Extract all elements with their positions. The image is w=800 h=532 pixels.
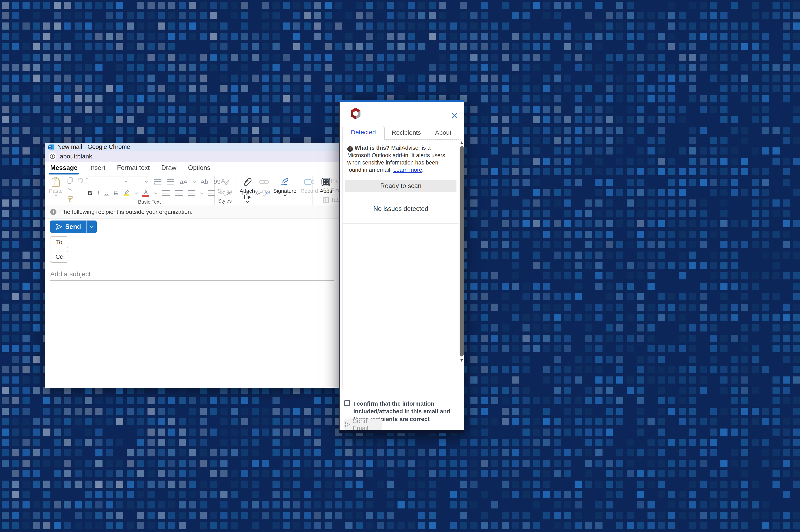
styles-button[interactable]: A Styles [218, 176, 232, 196]
tab-format-text[interactable]: Format text [117, 164, 150, 174]
link-icon [259, 176, 269, 187]
mailadviser-dialog: Detected Recipients About iWhat is this?… [339, 100, 464, 433]
learn-more-link[interactable]: Learn more [393, 167, 422, 173]
ribbon-group-styles: A Styles Styles [215, 176, 236, 205]
url-bar[interactable]: about:blank [45, 151, 339, 162]
numbered-list-icon[interactable] [167, 179, 174, 185]
clear-formatting-icon[interactable]: Ab [201, 178, 208, 185]
send-icon [56, 223, 62, 230]
window-title: New mail - Google Chrome [57, 144, 130, 150]
apps-button[interactable]: Apps [320, 176, 332, 194]
tab-insert[interactable]: Insert [89, 164, 106, 174]
cc-input[interactable] [114, 251, 334, 262]
send-email-icon [345, 421, 350, 428]
change-case-chevron-icon[interactable] [193, 180, 196, 183]
ribbon-group-insert: Attach file Link Signature [236, 176, 313, 205]
font-name-select[interactable] [88, 177, 129, 186]
cc-input-underline [114, 264, 334, 264]
apps-group-label [313, 203, 339, 205]
panel-scrollbar: ▲ ▼ [459, 140, 464, 369]
scroll-up-arrow[interactable]: ▲ [459, 140, 464, 145]
ribbon-group-basic-text: aA Ab 99 B I U S A [85, 176, 215, 205]
svg-text:A: A [221, 177, 225, 185]
external-recipient-notice: i The following recipient is outside you… [45, 205, 339, 218]
attach-file-icon [243, 176, 252, 187]
window-titlebar[interactable]: New mail - Google Chrome [45, 143, 339, 151]
change-case-icon[interactable]: aA [180, 178, 187, 185]
send-email-button[interactable]: Send Email [345, 419, 382, 431]
format-painter-icon[interactable] [67, 195, 74, 203]
apps-icon [321, 176, 330, 187]
highlight-chevron-icon[interactable] [135, 191, 138, 194]
to-row: To [45, 235, 339, 249]
styles-icon: A [220, 176, 229, 187]
signature-button[interactable]: Signature [273, 176, 296, 196]
paste-button[interactable]: Paste [49, 176, 63, 196]
subject-underline [50, 280, 334, 281]
notice-info-icon: i [50, 209, 56, 215]
scrollbar-thumb[interactable] [460, 146, 464, 357]
outlook-icon [48, 144, 54, 150]
tab-detected[interactable]: Detected [342, 126, 385, 140]
highlight-icon[interactable] [123, 189, 130, 196]
info-icon: i [347, 146, 353, 152]
send-options-chevron[interactable] [87, 221, 97, 233]
align-chevron-icon[interactable] [200, 191, 204, 194]
attach-file-button[interactable]: Attach file [240, 176, 255, 203]
cc-button[interactable]: Cc [50, 251, 68, 263]
mailadviser-tabs: Detected Recipients About [342, 127, 461, 139]
mailadviser-header [339, 102, 464, 125]
decrease-indent-icon[interactable] [162, 190, 170, 196]
underline-icon[interactable]: U [105, 189, 109, 196]
subject-row [45, 267, 339, 281]
ribbon: Paste ✂ [45, 174, 339, 205]
font-controls [88, 176, 149, 186]
what-is-this-info: iWhat is this? MailAdviser is a Microsof… [343, 140, 459, 177]
ribbon-group-apps: Apps [313, 176, 339, 205]
notice-text: The following recipient is outside your … [60, 209, 196, 215]
subject-input[interactable] [50, 270, 334, 278]
tab-about[interactable]: About [428, 129, 458, 139]
tab-draw[interactable]: Draw [161, 164, 176, 174]
tab-message[interactable]: Message [50, 164, 77, 174]
strikethrough-icon[interactable]: S [114, 189, 118, 196]
scan-result: No issues detected [343, 194, 459, 224]
align-icon[interactable] [188, 190, 196, 196]
mailadviser-logo [349, 107, 362, 120]
line-spacing-icon[interactable] [208, 190, 215, 196]
paste-icon [51, 176, 61, 187]
confirm-checkbox[interactable] [344, 400, 350, 406]
cc-row: Cc [45, 249, 339, 264]
bold-icon[interactable]: B [88, 189, 92, 196]
font-color-chevron-icon[interactable] [154, 191, 157, 194]
info-title: What is this? [355, 145, 390, 151]
font-size-select[interactable] [129, 177, 149, 186]
cut-icon[interactable]: ✂ [67, 186, 74, 193]
to-button[interactable]: To [50, 236, 68, 248]
compose-window: New mail - Google Chrome about:blank Mes… [45, 143, 339, 388]
send-button[interactable]: Send [50, 221, 97, 233]
bullet-list-icon[interactable] [154, 179, 162, 185]
message-body[interactable] [45, 281, 339, 388]
copy-icon[interactable] [67, 177, 74, 184]
close-icon[interactable] [451, 112, 458, 119]
signature-icon [280, 176, 290, 187]
increase-indent-icon[interactable] [175, 190, 183, 196]
tab-options[interactable]: Options [188, 164, 210, 174]
tab-recipients[interactable]: Recipients [385, 129, 428, 139]
detected-panel: iWhat is this? MailAdviser is a Microsof… [342, 139, 459, 390]
font-color-icon[interactable]: A [142, 189, 149, 197]
styles-group-label: Styles [215, 197, 235, 205]
to-input[interactable] [114, 236, 334, 248]
url-text: about:blank [60, 153, 92, 160]
italic-icon[interactable]: I [97, 189, 99, 196]
basic-text-group-label: Basic Text [85, 198, 215, 206]
ribbon-group-clipboard: Paste ✂ [45, 176, 85, 205]
send-row: Send [45, 218, 339, 235]
undo-icon[interactable] [77, 177, 84, 184]
link-button[interactable]: Link [259, 176, 269, 196]
scan-status: Ready to scan [345, 180, 457, 192]
ribbon-tabs: Message Insert Format text Draw Options [45, 162, 339, 174]
page-info-icon[interactable] [49, 152, 56, 160]
scroll-down-arrow[interactable]: ▼ [459, 357, 464, 363]
